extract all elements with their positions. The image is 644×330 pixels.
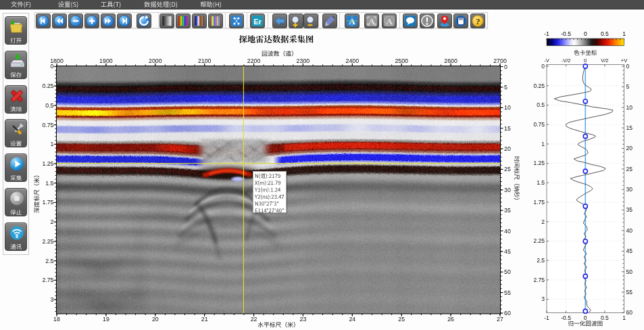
svg-text:3: 3 bbox=[51, 296, 54, 303]
svg-text:1.75: 1.75 bbox=[533, 199, 545, 206]
svg-text:2.25: 2.25 bbox=[42, 238, 53, 245]
svg-text:V/2: V/2 bbox=[601, 57, 608, 64]
svg-text:1: 1 bbox=[51, 141, 54, 147]
svg-text:35: 35 bbox=[626, 206, 633, 213]
svg-text:2: 2 bbox=[51, 218, 54, 225]
svg-text:40: 40 bbox=[504, 228, 511, 235]
svg-text:0.25: 0.25 bbox=[533, 82, 545, 89]
svg-text:1.25: 1.25 bbox=[42, 160, 53, 167]
svg-text:45: 45 bbox=[626, 248, 633, 254]
svg-text:0.5: 0.5 bbox=[601, 30, 609, 37]
svg-text:50: 50 bbox=[504, 268, 511, 275]
svg-text:2: 2 bbox=[541, 218, 545, 225]
svg-text:60: 60 bbox=[626, 309, 633, 316]
svg-text:20: 20 bbox=[504, 145, 511, 152]
svg-text:0.75: 0.75 bbox=[42, 122, 53, 128]
svg-text:0: 0 bbox=[626, 63, 630, 70]
svg-text:55: 55 bbox=[504, 289, 511, 296]
svg-text:2.5: 2.5 bbox=[537, 257, 545, 264]
svg-text:-1: -1 bbox=[544, 30, 549, 37]
svg-text:0: 0 bbox=[51, 63, 54, 70]
svg-text:0.5: 0.5 bbox=[601, 314, 609, 321]
svg-text:0: 0 bbox=[541, 63, 545, 70]
svg-text:15: 15 bbox=[626, 124, 633, 131]
svg-text:0: 0 bbox=[584, 314, 587, 321]
svg-text:0.25: 0.25 bbox=[42, 82, 53, 89]
svg-text:3: 3 bbox=[541, 296, 545, 302]
svg-text:1: 1 bbox=[541, 141, 545, 147]
svg-text:1.5: 1.5 bbox=[537, 179, 545, 186]
svg-text:35: 35 bbox=[504, 207, 511, 214]
svg-text:-0.5: -0.5 bbox=[561, 30, 571, 37]
svg-text:60: 60 bbox=[504, 310, 511, 316]
svg-text:1: 1 bbox=[622, 314, 626, 321]
svg-text:1.5: 1.5 bbox=[45, 180, 53, 187]
svg-text:45: 45 bbox=[504, 248, 511, 255]
svg-text:10: 10 bbox=[504, 104, 511, 111]
svg-text:55: 55 bbox=[626, 289, 633, 296]
svg-text:1.25: 1.25 bbox=[533, 160, 545, 166]
svg-text:0: 0 bbox=[504, 64, 507, 70]
svg-text:2.75: 2.75 bbox=[42, 277, 53, 283]
svg-text:30: 30 bbox=[504, 187, 511, 193]
svg-text:40: 40 bbox=[626, 227, 633, 234]
svg-text:20: 20 bbox=[626, 145, 633, 151]
svg-text:5: 5 bbox=[626, 83, 630, 90]
svg-text:0.5: 0.5 bbox=[45, 102, 53, 109]
svg-text:1.75: 1.75 bbox=[42, 199, 53, 206]
svg-text:2.25: 2.25 bbox=[533, 237, 545, 244]
svg-text:2.5: 2.5 bbox=[45, 258, 53, 264]
svg-text:0.75: 0.75 bbox=[533, 121, 545, 128]
svg-text:2.75: 2.75 bbox=[533, 277, 545, 283]
svg-text:-1: -1 bbox=[544, 314, 549, 321]
svg-text:25: 25 bbox=[626, 166, 633, 172]
svg-text:15: 15 bbox=[504, 125, 511, 132]
svg-text:-V/2: -V/2 bbox=[562, 57, 571, 64]
svg-text:30: 30 bbox=[626, 186, 633, 193]
svg-text:5: 5 bbox=[504, 84, 507, 91]
svg-text:1: 1 bbox=[622, 30, 626, 37]
svg-text:25: 25 bbox=[504, 166, 511, 172]
svg-text:0.5: 0.5 bbox=[537, 101, 545, 108]
svg-text:0: 0 bbox=[584, 57, 587, 64]
svg-text:-0.5: -0.5 bbox=[561, 314, 571, 321]
svg-text:10: 10 bbox=[626, 104, 633, 111]
svg-text:0: 0 bbox=[584, 30, 587, 37]
svg-text:-V: -V bbox=[544, 57, 549, 64]
svg-text:50: 50 bbox=[626, 268, 633, 275]
